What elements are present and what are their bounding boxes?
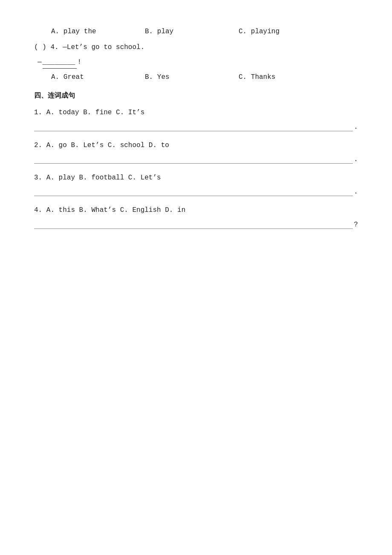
section-title: 四、连词成句 <box>34 91 358 100</box>
q4-option-c: C. Thanks <box>239 71 315 84</box>
connect-q1-words: 1. A. today B. fine C. It’s <box>34 106 358 119</box>
q4-blank-line: —________! <box>34 56 358 69</box>
q3-options: A. play the B. play C. playing <box>34 26 358 38</box>
connect-q1-punct: . <box>354 124 358 131</box>
connect-q4-words: 4. A. this B. What’s C. English D. in <box>34 204 358 217</box>
connect-q4: 4. A. this B. What’s C. English D. in? <box>34 204 358 228</box>
q4-blank: ________ <box>43 56 77 69</box>
connect-q4-answer-row: ? <box>34 220 358 229</box>
connect-q3: 3. A. play B. football C. Let’s. <box>34 171 358 196</box>
connect-q2-answer-line <box>34 154 353 164</box>
connect-questions-container: 1. A. today B. fine C. It’s.2. A. go B. … <box>34 106 358 229</box>
connect-q3-answer-line <box>34 187 353 196</box>
connect-q3-words: 3. A. play B. football C. Let’s <box>34 171 358 184</box>
connect-q2-answer-row: . <box>34 154 358 164</box>
q4-option-a: A. Great <box>51 71 145 84</box>
q3-option-a: A. play the <box>51 26 145 38</box>
q4-options: A. Great B. Yes C. Thanks <box>34 71 358 84</box>
connect-q2: 2. A. go B. Let’s C. school D. to. <box>34 139 358 164</box>
connect-q4-punct: ? <box>354 221 358 229</box>
q3-option-b: B. play <box>145 26 239 38</box>
connect-q2-punct: . <box>354 156 358 164</box>
connect-q4-answer-line <box>34 220 353 229</box>
connect-q3-answer-row: . <box>34 187 358 196</box>
connect-q2-words: 2. A. go B. Let’s C. school D. to <box>34 139 358 152</box>
q4-option-b: B. Yes <box>145 71 239 84</box>
q4-prompt: ( ) 4. —Let’s go to school. <box>34 41 358 54</box>
connect-q1-answer-row: . <box>34 122 358 131</box>
q3-option-c: C. playing <box>239 26 315 38</box>
connect-q1-answer-line <box>34 122 353 131</box>
connect-q1: 1. A. today B. fine C. It’s. <box>34 106 358 131</box>
connect-q3-punct: . <box>354 188 358 196</box>
